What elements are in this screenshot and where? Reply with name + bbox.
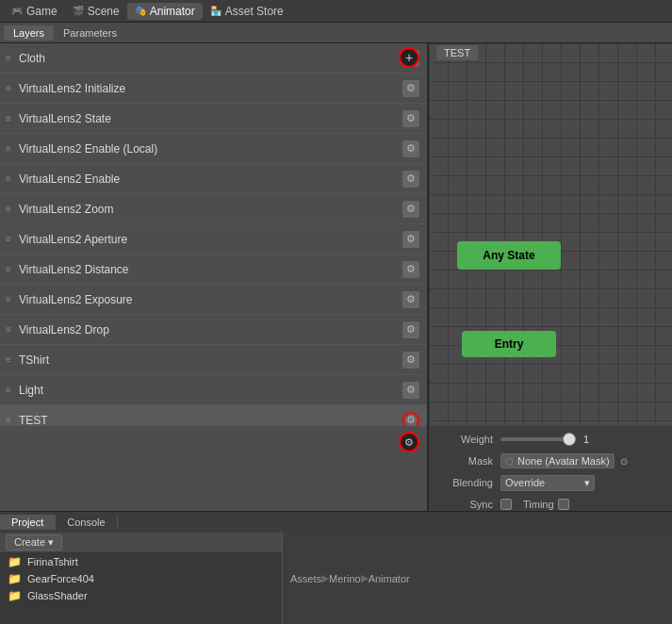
mask-dropdown[interactable]: ⬡ None (Avatar Mask) <box>500 453 615 468</box>
bottom-tabs-bar: Project Console <box>0 512 672 533</box>
layer-gear-button[interactable]: ⚙ <box>402 261 419 278</box>
props-gear-button[interactable]: ⚙ <box>399 432 419 452</box>
drag-handle: ≡ <box>6 113 15 123</box>
drag-handle: ≡ <box>6 173 15 184</box>
layer-name: VirtualLens2 Enable (Local) <box>19 142 157 156</box>
layer-item[interactable]: ≡ VirtualLens2 Exposure ⚙ <box>0 285 427 315</box>
blending-dropdown[interactable]: Override ▾ <box>500 475 595 491</box>
project-item[interactable]: 📁 GlassShader <box>0 587 282 604</box>
weight-slider-thumb[interactable] <box>563 433 576 446</box>
breadcrumb-assets[interactable]: Assets <box>290 573 321 584</box>
breadcrumb-merino[interactable]: Merino <box>329 573 361 584</box>
top-tab-bar: 🎮 Game 🎬 Scene 🎭 Animator 🏪 Asset Store <box>0 0 672 23</box>
project-item-name: GlassShader <box>27 590 88 601</box>
project-item[interactable]: 📁 GearForce404 <box>0 570 282 587</box>
timing-checkbox[interactable] <box>558 499 569 510</box>
sync-checkbox[interactable] <box>500 499 512 510</box>
breadcrumb-sep: ▶ <box>321 572 329 584</box>
right-column: TEST Any State Entry <box>429 43 672 426</box>
entry-node[interactable]: Entry <box>462 331 556 357</box>
layer-item[interactable]: ≡ Light ⚙ <box>0 375 427 405</box>
drag-handle: ≡ <box>6 234 15 244</box>
layer-gear-button[interactable]: ⚙ <box>402 171 419 188</box>
any-state-node[interactable]: Any State <box>457 241 561 270</box>
drag-handle: ≡ <box>6 143 15 154</box>
tab-layers[interactable]: Layers <box>4 25 54 41</box>
layer-gear-button[interactable]: ⚙ <box>402 291 419 308</box>
project-item[interactable]: 📁 FirinaTshirt <box>0 553 282 570</box>
layer-item[interactable]: ≡ VirtualLens2 Distance ⚙ <box>0 255 427 285</box>
layer-item[interactable]: ≡ Cloth ⚙ <box>0 43 427 74</box>
layer-gear-button[interactable]: ⚙ <box>402 140 419 157</box>
tab-project[interactable]: Project <box>0 515 56 530</box>
scene-icon: 🎬 <box>73 6 84 16</box>
layer-name: VirtualLens2 Enable <box>19 172 120 186</box>
drag-handle: ≡ <box>6 324 15 335</box>
layer-gear-button[interactable]: ⚙ <box>402 231 419 248</box>
layer-gear-button[interactable]: ⚙ <box>402 321 419 338</box>
drag-handle: ≡ <box>6 294 15 304</box>
layer-gear-button[interactable]: ⚙ <box>402 201 419 218</box>
project-item-name: GearForce404 <box>27 573 94 584</box>
drag-handle: ≡ <box>6 204 15 214</box>
blending-label: Blending <box>436 477 493 488</box>
layer-item[interactable]: ≡ VirtualLens2 Initialize ⚙ <box>0 74 427 104</box>
folder-icon: 📁 <box>8 572 22 585</box>
create-bar: Create ▾ <box>0 533 282 553</box>
project-area: Create ▾ 📁 FirinaTshirt 📁 GearForce404 📁… <box>0 533 672 624</box>
drag-handle: ≡ <box>6 53 15 63</box>
blending-row: Blending Override ▾ <box>436 473 664 492</box>
layer-item[interactable]: ≡ VirtualLens2 Enable ⚙ <box>0 164 427 194</box>
project-tree: Create ▾ 📁 FirinaTshirt 📁 GearForce404 📁… <box>0 533 283 624</box>
layer-item[interactable]: ≡ VirtualLens2 State ⚙ <box>0 104 427 134</box>
layer-name: VirtualLens2 Drop <box>19 323 109 337</box>
game-icon: 🎮 <box>11 6 23 16</box>
weight-slider-track[interactable] <box>500 437 576 441</box>
drag-handle: ≡ <box>6 83 15 93</box>
mask-object-icon: ⬡ <box>505 456 514 467</box>
weight-value: 1 <box>583 434 589 445</box>
mask-row: Mask ⬡ None (Avatar Mask) ⊙ <box>436 452 664 470</box>
left-column: + ≡ Cloth ⚙ ≡ VirtualLens2 Initialize ⚙ … <box>0 43 429 426</box>
layer-gear-button[interactable]: ⚙ <box>402 110 419 127</box>
layer-item-test[interactable]: ≡ TEST ⚙ <box>0 405 427 426</box>
layer-item[interactable]: ≡ VirtualLens2 Drop ⚙ <box>0 315 427 345</box>
tab-asset-store[interactable]: 🏪 Asset Store <box>203 3 291 20</box>
sync-value-area: Timing <box>500 499 664 510</box>
tab-console[interactable]: Console <box>56 515 117 530</box>
tab-animator[interactable]: 🎭 Animator <box>127 3 203 20</box>
layer-name: VirtualLens2 Aperture <box>19 233 127 246</box>
add-layer-button[interactable]: + <box>399 47 419 68</box>
layer-gear-button-selected[interactable]: ⚙ <box>402 412 419 427</box>
tab-parameters[interactable]: Parameters <box>54 25 126 41</box>
drag-handle: ≡ <box>6 415 15 425</box>
layer-name: VirtualLens2 Exposure <box>19 293 133 306</box>
timing-label: Timing <box>523 499 554 510</box>
project-item-name: FirinaTshirt <box>27 556 78 567</box>
breadcrumb-animator[interactable]: Animator <box>369 573 410 584</box>
animator-icon: 🎭 <box>135 6 146 16</box>
animator-canvas: TEST Any State Entry <box>429 43 672 426</box>
layer-gear-button[interactable]: ⚙ <box>402 382 419 399</box>
mask-link-icon: ⊙ <box>620 456 628 467</box>
tab-game[interactable]: 🎮 Game <box>4 3 65 20</box>
drag-handle: ≡ <box>6 385 15 395</box>
sync-label: Sync <box>436 499 493 510</box>
layer-item[interactable]: ≡ VirtualLens2 Aperture ⚙ <box>0 224 427 255</box>
layer-name: VirtualLens2 Initialize <box>19 82 125 95</box>
weight-row: Weight 1 <box>436 430 664 449</box>
create-button[interactable]: Create ▾ <box>6 534 62 550</box>
layer-name: VirtualLens2 State <box>19 112 111 125</box>
layer-item[interactable]: ≡ VirtualLens2 Enable (Local) ⚙ <box>0 134 427 164</box>
asset-breadcrumb: Assets ▶ Merino ▶ Animator <box>283 533 672 624</box>
layers-list: + ≡ Cloth ⚙ ≡ VirtualLens2 Initialize ⚙ … <box>0 43 427 426</box>
folder-icon: 📁 <box>8 555 22 568</box>
layer-gear-button[interactable]: ⚙ <box>402 352 419 369</box>
layer-item[interactable]: ≡ VirtualLens2 Zoom ⚙ <box>0 194 427 224</box>
layer-name: Light <box>19 384 43 397</box>
drag-handle: ≡ <box>6 264 15 274</box>
tab-scene[interactable]: 🎬 Scene <box>65 3 127 20</box>
folder-icon: 📁 <box>8 589 22 602</box>
layer-gear-button[interactable]: ⚙ <box>402 80 419 97</box>
layer-item[interactable]: ≡ TShirt ⚙ <box>0 345 427 375</box>
